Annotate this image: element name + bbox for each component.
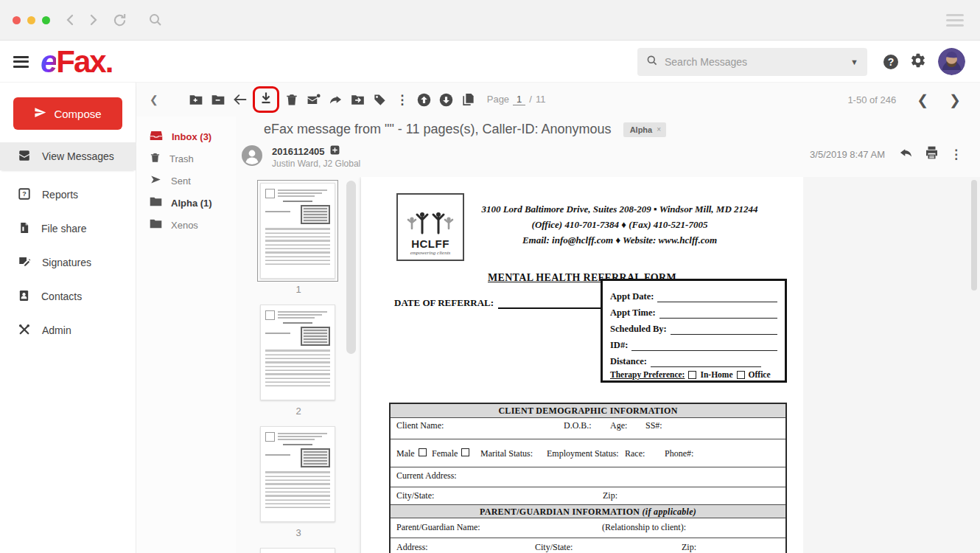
thumbnail-page-3[interactable]: [260, 426, 335, 522]
message-subject: eFax message from "" - 11 pages(s), Call…: [264, 122, 612, 137]
remove-folder-icon[interactable]: [207, 88, 229, 111]
message-range-label: 1-50 of 246: [847, 94, 896, 105]
settings-gear-icon[interactable]: [910, 52, 926, 72]
folder-label: Xenos: [171, 220, 198, 231]
hclff-logo: HCLFF empowering clients: [396, 193, 464, 261]
forward-icon[interactable]: [325, 88, 347, 111]
page-number-input[interactable]: 1: [513, 94, 525, 105]
app-header: eFax. ▼ ?: [0, 41, 980, 83]
search-messages-box[interactable]: ▼: [637, 48, 867, 76]
folder-xenos[interactable]: Xenos: [136, 214, 236, 236]
checkbox-male: [419, 448, 427, 456]
move-to-folder-icon[interactable]: [347, 88, 369, 111]
folder-icon: [150, 218, 162, 232]
mark-unread-icon[interactable]: [303, 88, 325, 111]
hclff-logo-text: HCLFF: [411, 237, 449, 250]
inbox-icon: [150, 130, 163, 144]
back-arrow-icon[interactable]: [229, 88, 251, 111]
message-toolbar: ❮ ⋮ Page 1 / 11 1-50 of 24: [136, 83, 980, 116]
efax-logo: eFax.: [41, 46, 112, 77]
svg-text:?: ?: [22, 190, 27, 198]
delete-icon[interactable]: [281, 88, 303, 111]
tag-icon[interactable]: [369, 88, 391, 111]
view-messages-icon: [18, 149, 31, 164]
add-folder-icon[interactable]: [185, 88, 207, 111]
efax-logo-fax: Fax.: [56, 46, 112, 77]
folder-trash[interactable]: Trash: [136, 147, 236, 170]
browser-back-icon[interactable]: [63, 13, 78, 27]
help-icon[interactable]: ?: [883, 55, 898, 69]
add-contact-icon[interactable]: [330, 145, 340, 157]
file-share-icon: [18, 221, 30, 237]
page-indicator: Page 1 / 11: [487, 94, 546, 105]
checkbox-in-home: [688, 371, 696, 379]
collapse-folders-icon[interactable]: ❮: [150, 94, 158, 105]
maximize-window-button[interactable]: [42, 16, 50, 24]
folder-label: Sent: [171, 175, 191, 187]
search-dropdown-caret-icon[interactable]: ▼: [850, 58, 858, 66]
sidebar-item-label: Signatures: [42, 257, 91, 268]
sidebar-item-reports[interactable]: ? Reports: [0, 178, 136, 212]
hclff-logo-tagline: empowering clients: [410, 250, 451, 256]
document-scrollbar[interactable]: [971, 180, 977, 291]
checkbox-office: [737, 371, 745, 379]
reply-icon[interactable]: [898, 146, 914, 163]
download-icon[interactable]: [259, 91, 273, 108]
checkbox-female: [461, 448, 469, 456]
copy-pages-icon[interactable]: [458, 88, 480, 111]
hclff-people-icon: [406, 209, 455, 236]
browser-chrome: [0, 0, 980, 41]
menu-hamburger-icon[interactable]: [13, 53, 29, 70]
sidebar-item-contacts[interactable]: Contacts: [0, 279, 136, 313]
table-header-guardian: PARENT/GUARDIAN INFORMATION (if applicab…: [391, 504, 785, 518]
thumbnail-page-2[interactable]: [260, 305, 335, 400]
efax-logo-e: e: [41, 46, 56, 77]
previous-message-icon[interactable]: [413, 88, 435, 111]
more-options-icon[interactable]: ⋮: [391, 88, 413, 111]
admin-tools-icon: [18, 323, 31, 338]
thumbnail-page-1[interactable]: [260, 183, 335, 279]
folder-sent[interactable]: Sent: [136, 170, 236, 192]
user-avatar[interactable]: [938, 48, 965, 75]
sidebar-item-label: Reports: [42, 189, 78, 201]
browser-refresh-icon[interactable]: [112, 13, 127, 28]
sidebar-item-label: Admin: [42, 324, 71, 336]
browser-search-icon[interactable]: [148, 13, 163, 27]
download-highlight-box: [253, 86, 279, 113]
sidebar-item-signatures[interactable]: Signatures: [0, 246, 136, 279]
sent-icon: [150, 174, 162, 187]
close-window-button[interactable]: [13, 16, 21, 24]
message-view: eFax message from "" - 11 pages(s), Call…: [236, 116, 980, 553]
sidebar-item-label: Contacts: [41, 291, 82, 302]
compose-button[interactable]: Compose: [13, 97, 122, 130]
sender-avatar: [242, 145, 262, 166]
contacts-icon: [18, 289, 30, 305]
folder-label: Inbox: [172, 131, 197, 142]
remove-tag-icon[interactable]: ×: [657, 125, 661, 133]
folder-icon: [150, 196, 162, 209]
sidebar-item-view-messages[interactable]: View Messages: [0, 142, 136, 170]
next-page-icon[interactable]: ❯: [949, 93, 961, 107]
appointment-box: Appt Date: Appt Time: Scheduled By: ID#:…: [601, 279, 787, 383]
browser-menu-icon[interactable]: [946, 11, 964, 29]
tag-chip-alpha[interactable]: Alpha×: [623, 122, 666, 137]
print-icon[interactable]: [924, 145, 939, 163]
thumbnail-scrollbar[interactable]: [346, 181, 356, 354]
previous-page-icon[interactable]: ❮: [917, 93, 928, 107]
next-message-icon[interactable]: [435, 88, 458, 111]
minimize-window-button[interactable]: [27, 16, 35, 24]
viewer-gutter: [803, 177, 980, 553]
sidebar-item-admin[interactable]: Admin: [0, 313, 136, 347]
sidebar-item-file-share[interactable]: File share: [0, 212, 136, 246]
thumbnail-page-number: 1: [260, 284, 337, 295]
folder-alpha[interactable]: Alpha (1): [136, 192, 236, 214]
thumbnail-page-4[interactable]: [260, 548, 335, 553]
folder-label: Alpha: [171, 198, 197, 209]
browser-forward-icon[interactable]: [85, 13, 100, 27]
document-viewer: 1 2 3: [236, 177, 980, 553]
search-input[interactable]: [665, 56, 850, 68]
message-more-icon[interactable]: ⋮: [950, 147, 962, 162]
date-of-referral-field: DATE OF REFERRAL:: [394, 297, 607, 309]
table-header-demographic: CLIENT DEMOGRAPHIC INFORMATION: [391, 404, 785, 417]
folder-inbox[interactable]: Inbox (3): [136, 125, 236, 147]
